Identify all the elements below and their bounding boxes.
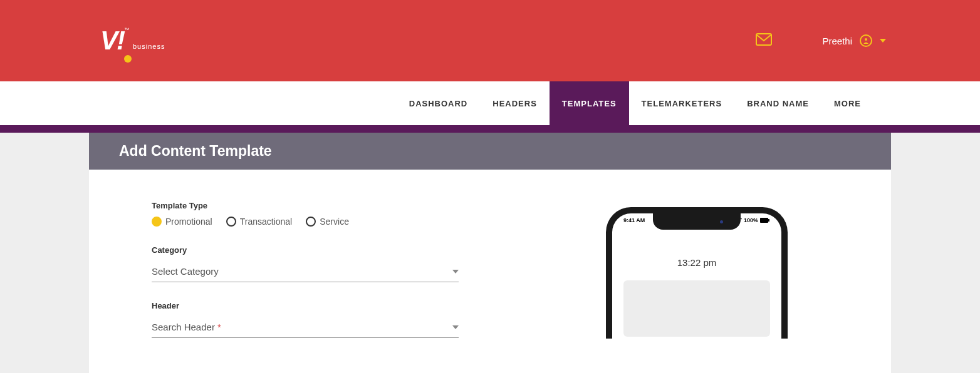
radio-label: Service (320, 217, 349, 227)
phone-preview-area: 9:41 AM 100% 13:22 pm (503, 201, 891, 373)
category-select[interactable]: Select Category (152, 261, 459, 282)
radio-label: Transactional (240, 217, 293, 227)
panel-body: Template Type Promotional Transactional … (89, 170, 891, 373)
required-asterisk: * (217, 322, 221, 332)
template-type-radios: Promotional Transactional Service (152, 217, 477, 227)
select-placeholder: Select Category (152, 266, 219, 277)
battery-icon (760, 218, 770, 223)
panel: Add Content Template Template Type Promo… (89, 133, 891, 373)
header-label: Header (152, 301, 477, 310)
mail-icon[interactable] (756, 33, 772, 48)
svg-rect-2 (760, 218, 768, 223)
radio-dot-icon (306, 217, 316, 227)
logo-trademark: ™ (124, 27, 128, 33)
radio-transactional[interactable]: Transactional (226, 217, 293, 227)
select-placeholder: Search Header * (152, 322, 221, 332)
nav-templates[interactable]: TEMPLATES (550, 81, 629, 125)
header-placeholder-text: Search Header (152, 322, 215, 332)
radio-label: Promotional (165, 217, 212, 227)
radio-promotional[interactable]: Promotional (152, 217, 212, 227)
radio-service[interactable]: Service (306, 217, 349, 227)
header-select[interactable]: Search Header * (152, 317, 459, 338)
accent-strip (0, 125, 980, 133)
phone-status-time: 9:41 AM (623, 217, 645, 223)
nav-telemarketers[interactable]: TELEMARKETERS (629, 81, 735, 125)
main-nav: DASHBOARD HEADERS TEMPLATES TELEMARKETER… (0, 81, 980, 125)
app-header: V!™ business Preethi (0, 0, 980, 81)
template-type-label: Template Type (152, 201, 477, 210)
header-right: Preethi (756, 33, 886, 48)
user-menu[interactable]: Preethi (822, 34, 886, 47)
panel-title: Add Content Template (89, 133, 891, 170)
chevron-down-icon (880, 39, 886, 43)
nav-brand-name[interactable]: BRAND NAME (734, 81, 821, 125)
radio-dot-icon (226, 217, 236, 227)
svg-point-1 (865, 38, 867, 41)
user-avatar-icon (860, 34, 872, 47)
logo-subtext: business (133, 43, 165, 54)
chevron-down-icon (452, 325, 459, 329)
sms-message-box (623, 280, 770, 337)
logo: V!™ business (100, 28, 165, 54)
form-area: Template Type Promotional Transactional … (89, 201, 503, 373)
chevron-down-icon (452, 270, 459, 273)
svg-rect-0 (756, 34, 771, 45)
radio-dot-icon (152, 217, 162, 227)
logo-mark: V!™ (100, 28, 128, 54)
phone-battery: 100% (744, 217, 758, 223)
user-name: Preethi (822, 36, 852, 46)
phone-mockup: 9:41 AM 100% 13:22 pm (606, 207, 788, 339)
nav-dashboard[interactable]: DASHBOARD (397, 81, 481, 125)
logo-text: V! (100, 26, 124, 55)
phone-notch (653, 213, 741, 230)
logo-dot-icon (124, 55, 132, 63)
category-label: Category (152, 245, 477, 255)
sms-timestamp: 13:22 pm (612, 257, 781, 268)
nav-headers[interactable]: HEADERS (480, 81, 550, 125)
phone-status-right: 100% (736, 217, 770, 223)
nav-more[interactable]: MORE (821, 81, 873, 125)
svg-rect-3 (768, 219, 769, 222)
content: Add Content Template Template Type Promo… (0, 133, 980, 373)
